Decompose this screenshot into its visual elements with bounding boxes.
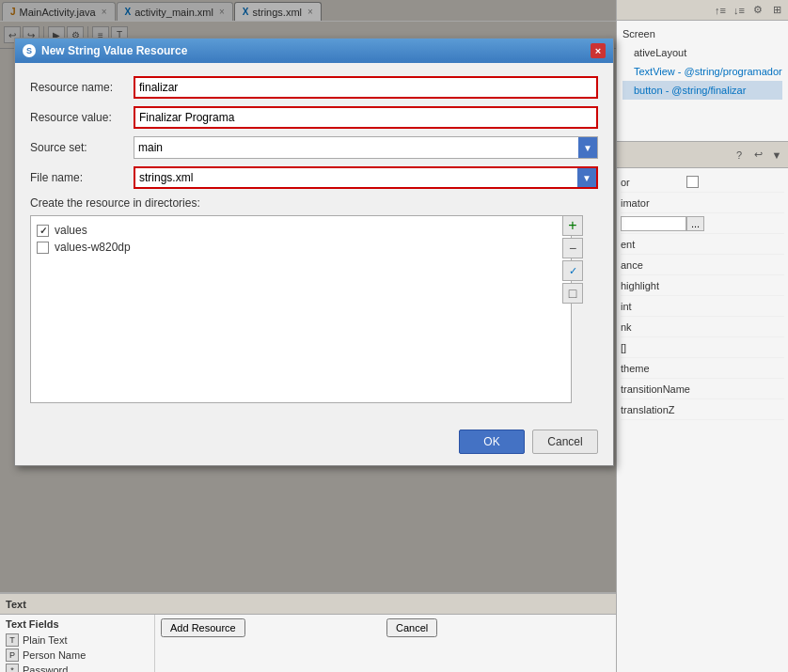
dialog-footer: OK Cancel (15, 422, 613, 465)
source-set-arrow[interactable]: ▼ (578, 137, 597, 158)
prop-label-or: or (621, 177, 686, 188)
source-set-label: Source set: (30, 141, 134, 154)
resource-value-field: Resource value: (30, 106, 598, 129)
prop-row-highlight: highlight (621, 275, 784, 296)
password-icon: * (6, 664, 19, 672)
tree-item-textview[interactable]: TextView - @string/programador (623, 62, 782, 81)
prop-label-translationz: translationZ (621, 404, 686, 415)
prop-dots-btn-imator[interactable]: ... (686, 216, 704, 231)
palette-item-password[interactable]: * Password (6, 663, 149, 672)
prop-row-theme: theme (621, 358, 784, 379)
prop-label-brackets: [] (621, 342, 686, 353)
new-string-dialog: S New String Value Resource × Resource n… (14, 38, 614, 466)
prop-row-translationz: translationZ (621, 399, 784, 420)
prop-label-nk: nk (621, 321, 686, 333)
prop-label-ance: ance (621, 259, 686, 271)
prop-label-theme: theme (621, 363, 686, 374)
resource-name-label: Resource name: (30, 81, 134, 94)
prop-row-brackets: [] (621, 337, 784, 358)
bottom-panel: Text Text Fields T Plain Text P Person N… (0, 592, 616, 672)
directories-container: ✓ values values-w820dp + − ✓ □ (30, 215, 598, 413)
prop-row-nk: nk (621, 317, 784, 337)
source-set-combo[interactable]: main ▼ (134, 136, 598, 159)
dir-label-values: values (55, 224, 87, 237)
dialog-close-button[interactable]: × (591, 43, 606, 58)
palette-item-personname[interactable]: P Person Name (6, 648, 149, 663)
prop-row-int: int (621, 296, 784, 317)
add-resource-button[interactable]: Add Resource (161, 618, 245, 637)
properties-content: or imator ... ent ance highlight int nk … (617, 168, 788, 424)
dir-checkbox-values-w820dp[interactable] (37, 242, 49, 254)
prop-label-ent: ent (621, 239, 686, 250)
component-tree-content: Screen ativeLayout TextView - @string/pr… (617, 21, 788, 103)
bottom-cancel-button[interactable]: Cancel (386, 618, 437, 637)
sort-asc-icon[interactable]: ↑≡ (713, 3, 728, 18)
prop-label-int: int (621, 301, 686, 312)
bottom-toolbar: Text (0, 594, 616, 615)
dir-square-button[interactable]: □ (562, 283, 583, 304)
prop-label-highlight: highlight (621, 280, 686, 291)
prop-row-imator: imator (621, 193, 784, 213)
tree-item-screen[interactable]: Screen (623, 24, 782, 43)
plaintext-icon: T (6, 633, 19, 647)
dir-checkbox-values[interactable]: ✓ (37, 225, 49, 237)
dialog-title: S New String Value Resource (23, 44, 187, 57)
file-name-value: strings.xml (135, 171, 577, 184)
question-icon[interactable]: ? (732, 148, 747, 163)
dir-add-button[interactable]: + (562, 215, 583, 236)
dir-item-values[interactable]: ✓ values (37, 222, 565, 239)
resource-name-input[interactable] (134, 76, 598, 99)
tree-item-button[interactable]: button - @string/finalizar (623, 81, 782, 100)
source-set-field: Source set: main ▼ (30, 136, 598, 159)
dialog-titlebar: S New String Value Resource × (15, 39, 613, 63)
resource-value-input[interactable] (134, 106, 598, 129)
dialog-body: Resource name: Resource value: Source se… (15, 63, 613, 422)
palette-title: Text Fields (6, 618, 149, 630)
prop-label-imator: imator (621, 197, 686, 209)
properties-toolbar: ? ↩ ▼ (617, 142, 788, 168)
source-set-value: main (134, 141, 578, 154)
create-label: Create the resource in directories: (30, 196, 598, 210)
resource-value-label: Resource value: (30, 111, 134, 124)
prop-row-ent: ent (621, 234, 784, 255)
dir-item-values-w820dp[interactable]: values-w820dp (37, 239, 565, 256)
bottom-btn-cancel[interactable]: Cancel (386, 618, 610, 670)
bottom-btn-add[interactable]: Add Resource (161, 618, 385, 670)
prop-label-transitionname: transitionName (621, 383, 686, 395)
prop-row-imator-input: ... (621, 213, 784, 234)
dir-remove-button[interactable]: − (562, 238, 583, 258)
file-name-label: File name: (30, 171, 134, 184)
directories-box: ✓ values values-w820dp (30, 215, 572, 403)
dialog-cancel-button[interactable]: Cancel (532, 430, 598, 454)
expand-icon[interactable]: ⊞ (769, 3, 784, 18)
prop-row-ance: ance (621, 255, 784, 275)
dir-side-buttons: + − ✓ □ (562, 215, 583, 304)
bottom-right: Add Resource Cancel (155, 615, 616, 672)
prop-row-transitionname: transitionName (621, 379, 784, 399)
sort-desc-icon[interactable]: ↓≡ (732, 3, 747, 18)
undo-icon[interactable]: ↩ (750, 148, 765, 163)
bottom-palette: Text Fields T Plain Text P Person Name *… (0, 615, 155, 672)
personname-icon: P (6, 649, 19, 662)
filter-icon[interactable]: ▼ (769, 148, 784, 163)
dialog-ok-button[interactable]: OK (459, 430, 525, 454)
prop-row-or: or (621, 172, 784, 193)
prop-input-imator[interactable] (621, 216, 686, 231)
tree-item-ativelayout[interactable]: ativeLayout (623, 43, 782, 62)
file-name-arrow[interactable]: ▼ (577, 168, 596, 187)
palette-item-plaintext[interactable]: T Plain Text (6, 633, 149, 648)
gear-icon[interactable]: ⚙ (750, 3, 765, 18)
prop-checkbox-or[interactable] (686, 176, 699, 188)
bottom-section-title: Text (6, 599, 26, 610)
component-tree-toolbar: ↑≡ ↓≡ ⚙ ⊞ (617, 0, 788, 21)
properties-panel: ? ↩ ▼ or imator ... ent ance highlight i… (616, 141, 788, 672)
dialog-icon: S (23, 44, 36, 57)
file-name-combo[interactable]: strings.xml ▼ (134, 166, 598, 189)
file-name-field: File name: strings.xml ▼ (30, 166, 598, 189)
dir-check-button[interactable]: ✓ (562, 260, 583, 281)
bottom-content: Text Fields T Plain Text P Person Name *… (0, 615, 616, 672)
directories-box-wrapper: ✓ values values-w820dp (30, 215, 572, 413)
dir-label-values-w820dp: values-w820dp (55, 241, 131, 254)
resource-name-field: Resource name: (30, 76, 598, 99)
